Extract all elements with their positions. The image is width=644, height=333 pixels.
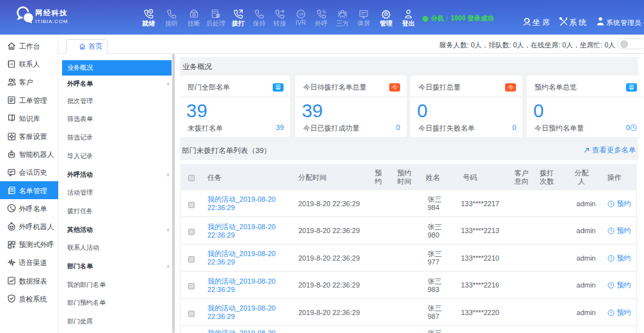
svg-text:A: A [10, 62, 13, 66]
svg-text:IVR: IVR [298, 12, 304, 16]
